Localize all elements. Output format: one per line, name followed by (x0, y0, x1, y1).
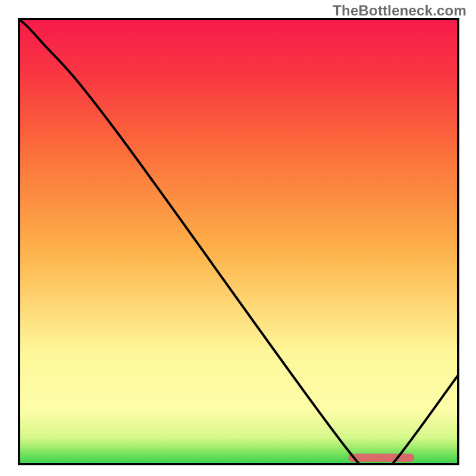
watermark-label: TheBottleneck.com (333, 2, 466, 19)
gradient-background (19, 19, 458, 464)
bottleneck-chart (0, 0, 476, 476)
chart-container: TheBottleneck.com (0, 0, 476, 476)
optimal-range-marker (349, 454, 415, 462)
